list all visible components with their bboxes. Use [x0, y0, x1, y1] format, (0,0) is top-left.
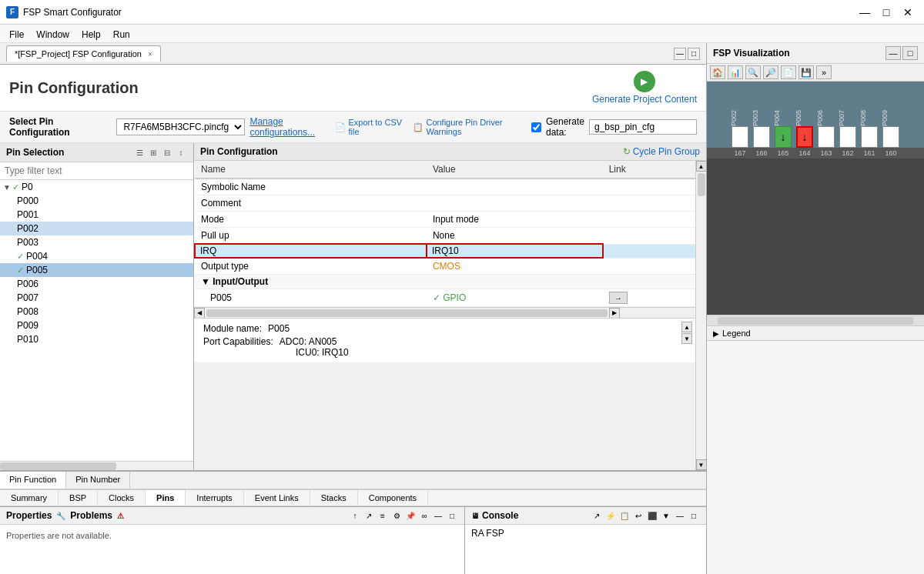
console-maximize[interactable]: □ [688, 509, 700, 522]
table-row[interactable]: P005 ✓ GPIO → [195, 289, 695, 307]
pin-filter-input[interactable] [0, 162, 193, 180]
scroll-left-btn[interactable]: ◀ [194, 308, 205, 319]
main-tab[interactable]: *[FSP_Project] FSP Configuration × [6, 45, 161, 62]
console-btn-2[interactable]: ⚡ [604, 509, 617, 522]
legend-label: Legend [722, 329, 751, 338]
menu-run[interactable]: Run [107, 26, 136, 41]
fsp-tool-3[interactable]: 🔍 [745, 65, 761, 79]
tab-maximize-btn[interactable]: □ [688, 48, 700, 60]
tab-pins[interactable]: Pins [146, 490, 186, 506]
tab-minimize-btn[interactable]: — [674, 48, 686, 60]
generate-data-input[interactable] [589, 119, 697, 135]
tab-interrupts[interactable]: Interrupts [186, 490, 243, 506]
list-item[interactable]: P008 [0, 305, 193, 319]
table-row[interactable]: Symbolic Name [195, 179, 695, 195]
pin-function-tabs: Pin Function Pin Number [0, 470, 706, 489]
list-item[interactable]: P003 [0, 235, 193, 249]
legend-row[interactable]: ▶ Legend [707, 325, 924, 340]
tree-group-p0[interactable]: ▼ ✓ P0 [0, 180, 193, 194]
tab-pin-function[interactable]: Pin Function [0, 472, 66, 489]
tab-bsp[interactable]: BSP [59, 490, 98, 506]
minimize-button[interactable]: — [855, 5, 875, 20]
tab-clocks[interactable]: Clocks [98, 490, 146, 506]
config-table-scroll[interactable]: Name Value Link Symbolic Name [194, 161, 695, 307]
fsp-tool-1[interactable]: 🏠 [710, 65, 725, 79]
fsp-btn-max[interactable]: □ [902, 46, 918, 60]
props-btn-1[interactable]: ↑ [349, 509, 361, 522]
v-scroll-down-btn[interactable]: ▼ [696, 459, 707, 470]
list-item[interactable]: ✓ P005 [0, 263, 193, 277]
tab-close[interactable]: × [148, 50, 152, 58]
v-scroll-up-btn[interactable]: ▲ [696, 161, 707, 172]
console-btn-4[interactable]: ↩ [632, 509, 644, 522]
pin-col-p002: P002 [730, 88, 750, 148]
menu-window[interactable]: Window [30, 26, 75, 41]
generate-project-button[interactable]: Generate Project Content [592, 71, 697, 105]
console-minimize[interactable]: — [674, 509, 686, 522]
list-item[interactable]: P009 [0, 319, 193, 332]
menu-file[interactable]: File [3, 26, 30, 41]
generate-data-checkbox[interactable] [531, 122, 541, 132]
list-item[interactable]: ✓ P004 [0, 249, 193, 263]
pin-sort-btn[interactable]: ↕ [175, 146, 187, 159]
info-scroll-up[interactable]: ▲ [681, 322, 692, 332]
fsp-btn-min[interactable]: — [886, 46, 901, 60]
console-btn-1[interactable]: ↗ [591, 509, 603, 522]
console-ra-fsp: RA FSP [471, 528, 504, 539]
configure-pin-driver-button[interactable]: 📋 Configure Pin Driver Warnings [413, 118, 522, 136]
props-btn-6[interactable]: ∞ [418, 509, 430, 522]
list-item[interactable]: P000 [0, 194, 193, 208]
pin-list-view-btn[interactable]: ☰ [133, 146, 146, 159]
list-item[interactable]: P001 [0, 208, 193, 222]
manage-configurations-link[interactable]: Manage configurations... [249, 116, 326, 138]
tab-pin-number[interactable]: Pin Number [66, 472, 130, 489]
close-button[interactable]: ✕ [898, 5, 918, 20]
table-row[interactable]: Pull up None [195, 228, 695, 245]
row-value [427, 195, 603, 212]
console-dropdown-btn[interactable]: ▼ [660, 509, 672, 522]
scroll-right-btn[interactable]: ▶ [609, 308, 620, 319]
pin-tree-scrollbar[interactable] [0, 461, 193, 470]
menu-help[interactable]: Help [75, 26, 107, 41]
table-row[interactable]: Mode Input mode [195, 212, 695, 228]
list-item[interactable]: P010 [0, 332, 193, 346]
props-maximize[interactable]: □ [446, 509, 458, 522]
export-csv-button[interactable]: 📄 Export to CSV file [335, 118, 403, 136]
row-link-arrow[interactable]: → [609, 292, 628, 304]
maximize-button[interactable]: □ [876, 5, 896, 20]
fsp-tool-2[interactable]: 📊 [728, 65, 743, 79]
config-table-v-scrollbar[interactable]: ▲ ▼ [695, 161, 706, 470]
pin-collapse-btn[interactable]: ⊟ [161, 146, 173, 159]
props-btn-5[interactable]: 📌 [404, 509, 417, 522]
console-btn-3[interactable]: 📋 [618, 509, 631, 522]
fsp-tool-more[interactable]: » [816, 65, 832, 79]
info-scroll-down[interactable]: ▼ [681, 333, 692, 344]
pin-config-dropdown[interactable]: R7FA6M5BH3CFC.pincfg [116, 118, 245, 135]
fsp-tool-6[interactable]: 💾 [798, 65, 814, 79]
pin-expand-btn[interactable]: ⊞ [147, 146, 159, 159]
tab-stacks[interactable]: Stacks [310, 490, 358, 506]
props-btn-2[interactable]: ↗ [363, 509, 375, 522]
table-row[interactable]: Output type CMOS [195, 258, 695, 275]
fsp-tool-5[interactable]: 📄 [781, 65, 796, 79]
props-btn-3[interactable]: ≡ [377, 509, 389, 522]
table-row[interactable]: Comment [195, 195, 695, 212]
fsp-tool-4[interactable]: 🔎 [763, 65, 778, 79]
export-csv-icon: 📄 [335, 122, 346, 132]
cycle-pin-group-button[interactable]: ↻ Cycle Pin Group [623, 146, 700, 157]
table-row-irq[interactable]: IRQ IRQ10 [195, 244, 695, 258]
tab-components[interactable]: Components [358, 490, 428, 506]
props-minimize[interactable]: — [432, 509, 444, 522]
list-item[interactable]: P007 [0, 291, 193, 305]
tab-summary[interactable]: Summary [0, 490, 59, 506]
window-title: FSP Smart Configurator [23, 7, 855, 18]
list-item[interactable]: P006 [0, 277, 193, 291]
props-btn-4[interactable]: ⚙ [390, 509, 403, 522]
fsp-h-scrollbar[interactable] [707, 315, 924, 325]
config-table-h-scrollbar[interactable]: ◀ ▶ [194, 307, 695, 318]
tab-event-links[interactable]: Event Links [244, 490, 310, 506]
console-btn-5[interactable]: ⬛ [646, 509, 658, 522]
list-item[interactable]: P002 [0, 222, 193, 235]
window-controls[interactable]: — □ ✕ [855, 5, 918, 20]
row-link[interactable]: → [603, 289, 695, 307]
